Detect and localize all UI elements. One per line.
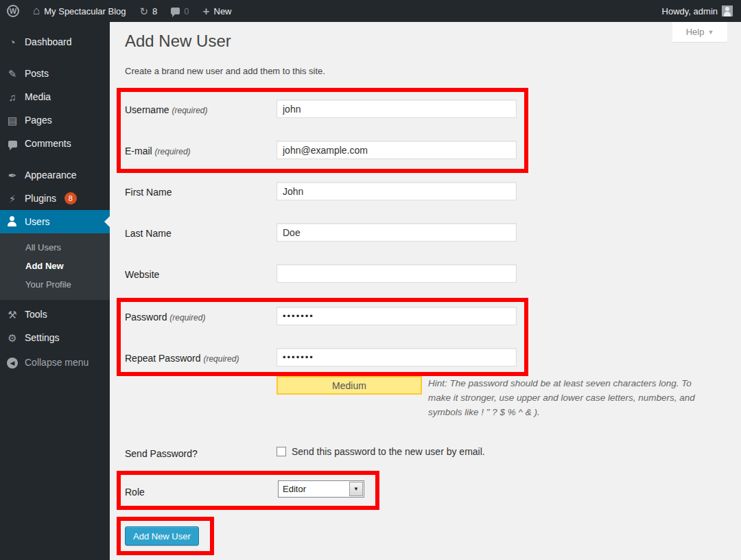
sidebar-label-media: Media — [25, 91, 51, 102]
active-menu-notch — [104, 216, 110, 227]
page-title: Add New User — [125, 32, 231, 51]
repeat-password-label: Repeat Password (required) — [125, 353, 272, 364]
sidebar-item-pages[interactable]: ▤ Pages — [0, 108, 110, 132]
comments-count: 0 — [184, 6, 189, 16]
chevron-down-icon: ▼ — [707, 29, 714, 36]
sidebar-item-tools[interactable]: ⚒ Tools — [0, 303, 110, 326]
new-content-menu[interactable]: + New — [196, 0, 239, 22]
username-label: Username (required) — [125, 104, 272, 115]
wordpress-logo-icon: W — [7, 5, 19, 17]
sidebar-item-your-profile[interactable]: Your Profile — [0, 275, 110, 294]
first-name-input[interactable] — [277, 182, 517, 200]
role-selected-value: Editor — [283, 484, 306, 494]
comments-bubble-icon — [171, 8, 180, 14]
settings-icon: ⚙ — [5, 333, 19, 343]
wordpress-logo-menu[interactable]: W — [0, 0, 26, 22]
help-label: Help — [686, 27, 705, 37]
comments-link[interactable]: 0 — [164, 0, 196, 22]
site-name-label: My Spectacular Blog — [44, 6, 126, 16]
updates-count: 8 — [152, 6, 157, 16]
sidebar-item-settings[interactable]: ⚙ Settings — [0, 326, 110, 349]
password-label: Password (required) — [125, 312, 272, 323]
users-submenu: All Users Add New Your Profile — [0, 233, 110, 300]
website-input[interactable] — [277, 264, 517, 283]
sidebar-label-plugins: Plugins — [25, 193, 56, 204]
password-strength-meter: Medium — [277, 376, 422, 395]
sidebar-item-appearance[interactable]: ✒ Appearance — [0, 163, 110, 187]
last-name-label: Last Name — [125, 228, 272, 239]
website-label: Website — [125, 269, 272, 280]
collapse-icon: ◀ — [5, 356, 19, 369]
sidebar-label-comments: Comments — [25, 138, 71, 149]
sidebar-item-plugins[interactable]: ⚡ Plugins 8 — [0, 187, 110, 210]
posts-icon: ✎ — [5, 69, 19, 79]
sidebar-label-settings: Settings — [25, 332, 60, 343]
add-new-user-button[interactable]: Add New User — [125, 526, 199, 546]
media-icon: ♫ — [5, 92, 19, 102]
help-button[interactable]: Help ▼ — [672, 22, 727, 42]
plus-icon: + — [203, 5, 210, 17]
sidebar-label-appearance: Appearance — [25, 170, 77, 180]
new-label: New — [214, 6, 232, 16]
sidebar-item-comments[interactable]: Comments — [0, 132, 110, 155]
password-hint: Hint: The password should be at least se… — [428, 378, 695, 417]
role-label: Role — [125, 487, 272, 498]
collapse-menu-label: Collapse menu — [25, 357, 89, 368]
send-password-checkbox[interactable] — [277, 447, 286, 456]
plugins-update-badge: 8 — [64, 192, 77, 205]
email-input[interactable] — [277, 141, 517, 159]
plugins-icon: ⚡ — [5, 194, 19, 204]
updates-icon: ↻ — [140, 6, 149, 16]
sidebar-label-tools: Tools — [25, 309, 47, 320]
sidebar-item-users[interactable]: Users — [0, 210, 110, 233]
comments-icon — [5, 139, 19, 149]
send-password-checkbox-label: Send this password to the new user by em… — [292, 446, 485, 457]
pages-icon: ▤ — [5, 115, 19, 126]
sidebar-item-all-users[interactable]: All Users — [0, 238, 110, 257]
email-label: E-mail (required) — [125, 145, 272, 156]
select-dropdown-arrow-icon[interactable]: ▼ — [349, 482, 363, 496]
password-strength-row: Medium Hint: The password should be at l… — [263, 376, 712, 419]
role-select[interactable]: Editor ▼ — [278, 480, 364, 498]
admin-sidebar: ◔ Dashboard ✎ Posts ♫ Media ▤ Pages Comm… — [0, 22, 110, 560]
first-name-label: First Name — [125, 187, 272, 198]
username-input[interactable] — [277, 100, 517, 118]
sidebar-item-dashboard[interactable]: ◔ Dashboard — [0, 30, 110, 54]
page-subtitle: Create a brand new user and add them to … — [125, 66, 325, 76]
last-name-input[interactable] — [277, 223, 517, 242]
main-content: Help ▼ Add New User Create a brand new u… — [110, 22, 741, 560]
sidebar-label-dashboard: Dashboard — [25, 36, 72, 47]
howdy-text: Howdy, admin — [662, 6, 718, 16]
sidebar-label-pages: Pages — [25, 115, 52, 126]
repeat-password-input[interactable] — [277, 348, 517, 366]
sidebar-item-posts[interactable]: ✎ Posts — [0, 62, 110, 85]
dashboard-icon: ◔ — [5, 37, 19, 47]
tools-icon: ⚒ — [5, 310, 19, 320]
admin-bar: W ⌂ My Spectacular Blog ↻ 8 0 + New Howd… — [0, 0, 741, 22]
send-password-label: Send Password? — [125, 448, 272, 459]
sidebar-label-users: Users — [25, 216, 50, 227]
sidebar-item-media[interactable]: ♫ Media — [0, 85, 110, 108]
send-password-row: Send this password to the new user by em… — [277, 446, 485, 457]
avatar — [722, 5, 733, 16]
collapse-menu-button[interactable]: ◀ Collapse menu — [0, 351, 110, 374]
sidebar-item-add-new[interactable]: Add New — [0, 257, 110, 275]
appearance-icon: ✒ — [5, 170, 19, 180]
password-input[interactable] — [277, 307, 517, 325]
sidebar-label-posts: Posts — [25, 68, 49, 79]
site-name-link[interactable]: ⌂ My Spectacular Blog — [26, 0, 133, 22]
updates-link[interactable]: ↻ 8 — [133, 0, 165, 22]
my-account-menu[interactable]: Howdy, admin — [655, 0, 733, 22]
users-icon — [5, 216, 19, 228]
home-icon: ⌂ — [33, 4, 40, 18]
